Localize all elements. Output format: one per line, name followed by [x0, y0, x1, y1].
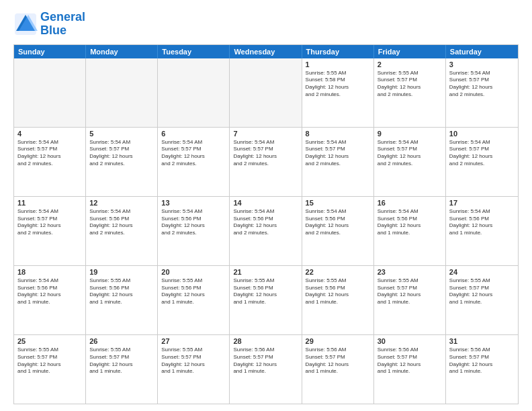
cell-text: Daylight: 12 hours: [378, 84, 442, 91]
cell-text: Daylight: 12 hours: [161, 153, 226, 161]
day-number: 2: [378, 60, 442, 68]
cell-text: Sunset: 5:56 PM: [233, 216, 298, 223]
cell-text: Sunset: 5:57 PM: [161, 354, 226, 361]
cell-text: Daylight: 12 hours: [161, 361, 226, 369]
cell-text: Sunset: 5:58 PM: [306, 77, 370, 84]
cell-text: Sunrise: 5:56 AM: [306, 347, 370, 354]
cell-text: Daylight: 12 hours: [449, 291, 515, 299]
cell-text: Daylight: 12 hours: [161, 222, 226, 230]
cell: 2Sunrise: 5:55 AMSunset: 5:57 PMDaylight…: [374, 58, 446, 127]
cell-text: Sunrise: 5:54 AM: [449, 208, 515, 216]
day-number: 27: [161, 337, 226, 345]
cell-text: Sunset: 5:57 PM: [378, 77, 442, 84]
cell-text: Daylight: 12 hours: [378, 222, 442, 230]
day-number: 12: [89, 199, 154, 207]
cell-text: and 1 minute.: [449, 299, 515, 306]
cell: 20Sunrise: 5:55 AMSunset: 5:56 PMDayligh…: [158, 266, 230, 334]
cell: 27Sunrise: 5:55 AMSunset: 5:57 PMDayligh…: [158, 335, 230, 404]
cell-text: and 1 minute.: [378, 230, 442, 237]
cell-text: Daylight: 12 hours: [449, 361, 515, 369]
cell-text: Sunset: 5:56 PM: [161, 216, 226, 223]
cell-text: and 2 minutes.: [306, 91, 370, 99]
cell-text: Daylight: 12 hours: [161, 291, 226, 299]
cell-text: Sunrise: 5:55 AM: [233, 277, 298, 285]
cell: 15Sunrise: 5:54 AMSunset: 5:56 PMDayligh…: [302, 197, 374, 265]
day-number: 6: [161, 130, 226, 138]
cell-text: Sunrise: 5:55 AM: [378, 277, 442, 285]
cell-text: Daylight: 12 hours: [233, 222, 298, 230]
cell: 17Sunrise: 5:54 AMSunset: 5:56 PMDayligh…: [446, 197, 518, 265]
day-number: 13: [161, 199, 226, 207]
cell-text: Daylight: 12 hours: [449, 222, 515, 230]
cell-text: Sunset: 5:56 PM: [306, 216, 370, 223]
cell-text: Sunset: 5:57 PM: [17, 216, 82, 223]
cell-text: Sunrise: 5:55 AM: [161, 277, 226, 285]
cell-text: Sunrise: 5:55 AM: [306, 277, 370, 285]
cell-text: Sunset: 5:57 PM: [449, 285, 515, 292]
day-number: 30: [378, 337, 442, 345]
week-row-1: 4Sunrise: 5:54 AMSunset: 5:57 PMDaylight…: [14, 127, 518, 196]
cell-text: Sunset: 5:56 PM: [306, 285, 370, 292]
cell: [86, 58, 158, 127]
cell-text: and 1 minute.: [89, 368, 154, 375]
cell-text: and 1 minute.: [17, 368, 82, 375]
day-number: 15: [306, 199, 370, 207]
day-number: 20: [161, 268, 226, 276]
cell-text: Sunset: 5:57 PM: [449, 146, 515, 153]
weeks: 1Sunrise: 5:55 AMSunset: 5:58 PMDaylight…: [14, 58, 518, 404]
week-row-4: 25Sunrise: 5:55 AMSunset: 5:57 PMDayligh…: [14, 334, 518, 404]
day-number: 7: [233, 130, 298, 138]
header: General Blue: [13, 11, 519, 38]
day-number: 25: [17, 337, 82, 345]
cell-text: and 1 minute.: [89, 299, 154, 306]
day-number: 16: [378, 199, 442, 207]
cell-text: Sunrise: 5:54 AM: [378, 139, 442, 146]
cell: 30Sunrise: 5:56 AMSunset: 5:57 PMDayligh…: [374, 335, 446, 404]
cell-text: Sunset: 5:56 PM: [89, 216, 154, 223]
cell: [230, 58, 302, 127]
cell-text: Daylight: 12 hours: [306, 153, 370, 161]
cell-text: Sunset: 5:57 PM: [306, 354, 370, 361]
cell-text: Daylight: 12 hours: [306, 222, 370, 230]
cell-text: and 1 minute.: [17, 299, 82, 306]
cell: 6Sunrise: 5:54 AMSunset: 5:57 PMDaylight…: [158, 128, 230, 196]
cell-text: Sunrise: 5:54 AM: [17, 277, 82, 285]
day-number: 24: [449, 268, 515, 276]
cell: 25Sunrise: 5:55 AMSunset: 5:57 PMDayligh…: [14, 335, 86, 404]
cell-text: and 2 minutes.: [161, 230, 226, 237]
cell-text: and 2 minutes.: [161, 161, 226, 168]
cell-text: Sunrise: 5:55 AM: [449, 277, 515, 285]
cell-text: Daylight: 12 hours: [306, 291, 370, 299]
cell-text: Daylight: 12 hours: [449, 84, 515, 91]
cell: 12Sunrise: 5:54 AMSunset: 5:56 PMDayligh…: [86, 197, 158, 265]
day-number: 22: [306, 268, 370, 276]
cell-text: and 2 minutes.: [17, 230, 82, 237]
day-number: 5: [89, 130, 154, 138]
cell: 16Sunrise: 5:54 AMSunset: 5:56 PMDayligh…: [374, 197, 446, 265]
cell-text: and 2 minutes.: [17, 161, 82, 168]
cell-text: and 1 minute.: [161, 299, 226, 306]
day-number: 14: [233, 199, 298, 207]
day-number: 9: [378, 130, 442, 138]
cell-text: Daylight: 12 hours: [89, 222, 154, 230]
cell: 24Sunrise: 5:55 AMSunset: 5:57 PMDayligh…: [446, 266, 518, 334]
cell-text: Sunset: 5:56 PM: [233, 285, 298, 292]
cell-text: and 2 minutes.: [378, 91, 442, 99]
cell-text: Sunrise: 5:56 AM: [378, 347, 442, 354]
cell-text: Sunset: 5:57 PM: [233, 354, 298, 361]
day-header-friday: Friday: [374, 45, 446, 58]
cell: 1Sunrise: 5:55 AMSunset: 5:58 PMDaylight…: [302, 58, 374, 127]
cell-text: Sunrise: 5:55 AM: [161, 347, 226, 354]
cell-text: and 2 minutes.: [306, 230, 370, 237]
day-header-thursday: Thursday: [302, 45, 374, 58]
week-row-0: 1Sunrise: 5:55 AMSunset: 5:58 PMDaylight…: [14, 58, 518, 127]
cell-text: Sunrise: 5:56 AM: [449, 347, 515, 354]
cell-text: Daylight: 12 hours: [306, 361, 370, 369]
cell-text: Daylight: 12 hours: [17, 153, 82, 161]
page: General Blue SundayMondayTuesdayWednesda…: [0, 0, 532, 411]
cell: [158, 58, 230, 127]
cell-text: Daylight: 12 hours: [17, 222, 82, 230]
day-number: 4: [17, 130, 82, 138]
cell-text: Daylight: 12 hours: [449, 153, 515, 161]
cell-text: Daylight: 12 hours: [89, 361, 154, 369]
